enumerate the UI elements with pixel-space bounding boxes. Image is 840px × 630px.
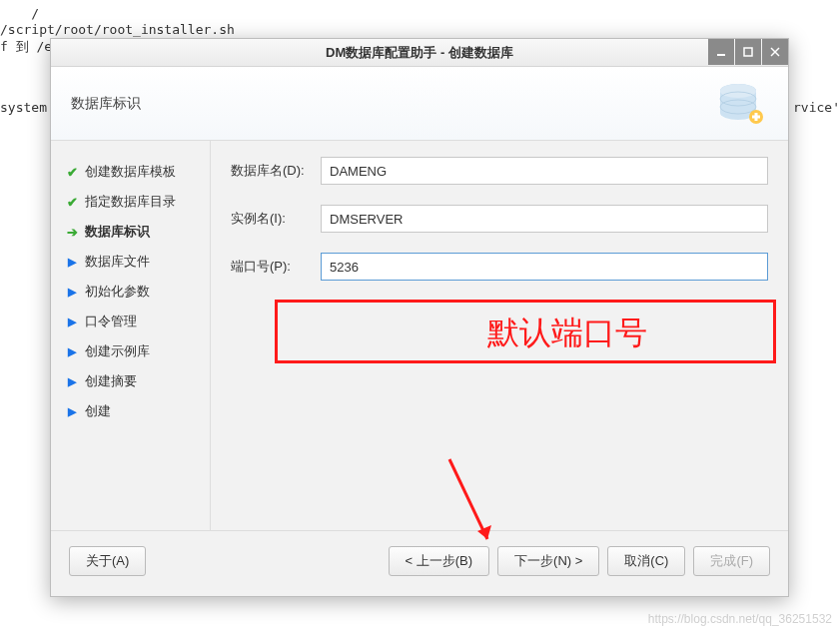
svg-rect-1 xyxy=(744,48,752,56)
terminal-text: rvice' xyxy=(793,100,840,115)
window-controls xyxy=(707,39,788,66)
header-panel: 数据库标识 xyxy=(51,67,788,141)
step-summary[interactable]: ▶ 创建摘要 xyxy=(65,366,200,396)
step-password[interactable]: ▶ 口令管理 xyxy=(65,307,200,336)
step-specify-directory[interactable]: ✔ 指定数据库目录 xyxy=(65,187,200,217)
svg-rect-10 xyxy=(752,116,760,119)
finish-button: 完成(F) xyxy=(693,546,770,576)
dialog-window: DM数据库配置助手 - 创建数据库 数据库标识 xyxy=(50,38,789,597)
minimize-button[interactable] xyxy=(708,39,734,65)
arrow-right-icon: ➔ xyxy=(65,225,79,240)
port-row: 端口号(P): xyxy=(231,253,768,281)
step-label: 创建 xyxy=(85,402,111,420)
triangle-right-icon: ▶ xyxy=(65,345,79,358)
svg-point-5 xyxy=(720,84,756,98)
page-title: 数据库标识 xyxy=(71,95,141,113)
step-create-template[interactable]: ✔ 创建数据库模板 xyxy=(65,157,200,187)
maximize-button[interactable] xyxy=(735,39,761,65)
titlebar: DM数据库配置助手 - 创建数据库 xyxy=(51,39,788,67)
window-title: DM数据库配置助手 - 创建数据库 xyxy=(326,44,513,62)
step-create[interactable]: ▶ 创建 xyxy=(65,396,200,426)
footer: 关于(A) < 上一步(B) 下一步(N) > 取消(C) 完成(F) xyxy=(51,530,788,590)
step-label: 创建数据库模板 xyxy=(85,163,176,181)
port-label: 端口号(P): xyxy=(231,258,321,276)
prev-button[interactable]: < 上一步(B) xyxy=(389,546,490,576)
step-sample-db[interactable]: ▶ 创建示例库 xyxy=(65,336,200,366)
db-name-row: 数据库名(D): xyxy=(231,157,768,185)
step-label: 口令管理 xyxy=(85,313,137,330)
port-input[interactable] xyxy=(321,253,768,281)
db-name-input[interactable] xyxy=(321,157,768,185)
about-button[interactable]: 关于(A) xyxy=(69,546,146,576)
terminal-text: f 到 /e xyxy=(0,38,52,56)
terminal-text: system xyxy=(0,100,47,115)
instance-label: 实例名(I): xyxy=(231,210,321,228)
steps-sidebar: ✔ 创建数据库模板 ✔ 指定数据库目录 ➔ 数据库标识 ▶ 数据库文件 ▶ 初始… xyxy=(51,141,211,530)
close-button[interactable] xyxy=(762,39,788,65)
terminal-text: /script/root/root_installer.sh xyxy=(0,22,235,37)
instance-input[interactable] xyxy=(321,205,768,233)
step-label: 数据库标识 xyxy=(85,223,150,241)
triangle-right-icon: ▶ xyxy=(65,256,79,269)
next-button[interactable]: 下一步(N) > xyxy=(497,546,599,576)
step-label: 创建摘要 xyxy=(85,372,137,390)
check-icon: ✔ xyxy=(65,165,79,180)
step-label: 创建示例库 xyxy=(85,342,150,360)
instance-row: 实例名(I): xyxy=(231,205,768,233)
step-label: 数据库文件 xyxy=(85,253,150,271)
watermark: https://blog.csdn.net/qq_36251532 xyxy=(648,612,832,626)
triangle-right-icon: ▶ xyxy=(65,405,79,418)
step-label: 初始化参数 xyxy=(85,283,150,301)
terminal-text: / xyxy=(0,6,39,21)
check-icon: ✔ xyxy=(65,195,79,210)
triangle-right-icon: ▶ xyxy=(65,286,79,299)
triangle-right-icon: ▶ xyxy=(65,375,79,388)
database-icon xyxy=(708,77,768,131)
step-init-params[interactable]: ▶ 初始化参数 xyxy=(65,277,200,307)
form-area: 数据库名(D): 实例名(I): 端口号(P): xyxy=(211,141,788,530)
step-db-files[interactable]: ▶ 数据库文件 xyxy=(65,247,200,277)
db-name-label: 数据库名(D): xyxy=(231,162,321,180)
cancel-button[interactable]: 取消(C) xyxy=(607,546,685,576)
svg-rect-0 xyxy=(717,54,725,56)
step-label: 指定数据库目录 xyxy=(85,193,176,211)
triangle-right-icon: ▶ xyxy=(65,315,79,328)
body-area: ✔ 创建数据库模板 ✔ 指定数据库目录 ➔ 数据库标识 ▶ 数据库文件 ▶ 初始… xyxy=(51,141,788,530)
step-db-identity[interactable]: ➔ 数据库标识 xyxy=(65,217,200,247)
